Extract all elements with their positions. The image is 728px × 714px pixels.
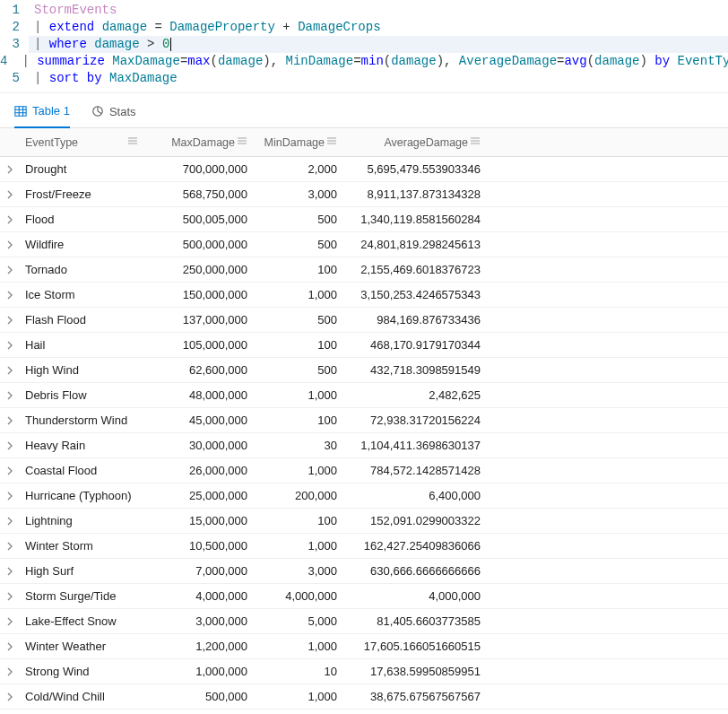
table-row[interactable]: Dust Storm500,00010,000105,555.555555555… [0,710,728,714]
table-row[interactable]: Frost/Freeze568,750,0003,0008,911,137.87… [0,182,728,207]
token-txt [451,54,458,68]
col-menu-icon[interactable] [325,135,337,149]
table-row[interactable]: Hail105,000,000100468,170.9179170344 [0,333,728,358]
code-line[interactable]: 3| where damage > 0 [0,36,728,53]
code-editor[interactable]: 1StormEvents2| extend damage = DamagePro… [0,0,728,93]
expand-button[interactable] [0,458,20,483]
cell-averagedamage: 2,155,469.6018376723 [342,257,486,282]
expand-button[interactable] [0,634,20,658]
expand-button[interactable] [0,182,20,206]
col-menu-icon[interactable] [127,135,140,149]
table-row[interactable]: Winter Storm10,500,0001,000162,427.25409… [0,534,728,559]
table-row[interactable]: Hurricane (Typhoon)25,000,000200,0006,40… [0,483,728,509]
expand-button[interactable] [0,257,20,282]
code-line[interactable]: 5| sort by MaxDamage [0,70,728,87]
expand-button[interactable] [0,509,20,533]
token-tbl: StormEvents [34,3,117,17]
table-row[interactable]: Strong Wind1,000,0001017,638.59950859951 [0,659,728,684]
code-line[interactable]: 1StormEvents [0,2,728,19]
token-pipe: | [34,37,49,51]
expand-button[interactable] [0,684,20,709]
col-menu-icon[interactable] [235,135,247,149]
table-row[interactable]: Wildfire500,000,00050024,801,819.2982456… [0,232,728,257]
chevron-right-icon [5,416,14,425]
line-number: 5 [0,70,29,87]
token-fn: avg [564,54,586,68]
table-row[interactable]: Lightning15,000,000100152,091.0299003322 [0,509,728,534]
table-row[interactable]: High Surf7,000,0003,000630,666.666666666… [0,559,728,584]
table-row[interactable]: Thunderstorm Wind45,000,00010072,938.317… [0,408,728,433]
expand-button[interactable] [0,609,20,633]
code-line[interactable]: 4| summarize MaxDamage=max(damage), MinD… [0,53,728,70]
expand-button[interactable] [0,283,20,307]
code-content[interactable]: | extend damage = DamageProperty + Damag… [29,19,728,36]
code-content[interactable]: | where damage > 0 [29,36,728,53]
table-row[interactable]: Cold/Wind Chill500,0001,00038,675.675675… [0,684,728,710]
table-row[interactable]: Winter Weather1,200,0001,00017,605.16605… [0,634,728,659]
table-row[interactable]: High Wind62,600,000500432,718.3098591549 [0,358,728,383]
table-row[interactable]: Heavy Rain30,000,000301,104,411.36986301… [0,433,728,458]
table-row[interactable]: Flash Flood137,000,000500984,169.8767334… [0,308,728,333]
token-txt [79,71,86,85]
expand-button[interactable] [0,584,20,608]
table-row[interactable]: Flood500,005,0005001,340,119.8581560284 [0,207,728,232]
table-row[interactable]: Debris Flow48,000,0001,0002,482,625 [0,383,728,408]
cell-averagedamage: 38,675.67567567567 [342,684,486,709]
expand-button[interactable] [0,207,20,231]
cell-spacer [486,182,728,206]
token-kw: where [49,37,87,51]
expand-button[interactable] [0,157,20,181]
table-row[interactable]: Drought700,000,0002,0005,695,479.5539033… [0,157,728,182]
expand-header [0,128,20,156]
expand-button[interactable] [0,659,20,684]
expand-button[interactable] [0,308,20,332]
expand-button[interactable] [0,710,20,714]
cell-maxdamage: 568,750,000 [145,182,253,206]
col-maxdamage[interactable]: MaxDamage [145,128,253,156]
expand-button[interactable] [0,383,20,407]
table-row[interactable]: Coastal Flood26,000,0001,000784,572.1428… [0,458,728,483]
cell-maxdamage: 26,000,000 [145,458,253,483]
cell-mindamage: 1,000 [253,383,342,407]
cell-mindamage: 100 [253,257,342,282]
col-menu-icon[interactable] [468,135,481,149]
expand-button[interactable] [0,232,20,257]
expand-button[interactable] [0,358,20,382]
expand-button[interactable] [0,559,20,583]
result-tabs: Table 1 Stats [0,93,728,128]
cell-averagedamage: 8,911,137.873134328 [342,182,486,206]
chevron-right-icon [5,567,14,576]
table-row[interactable]: Ice Storm150,000,0001,0003,150,253.42465… [0,283,728,308]
token-op: ), [437,54,452,68]
chevron-right-icon [5,316,14,325]
expand-button[interactable] [0,408,20,432]
cell-mindamage: 500 [253,308,342,332]
code-content[interactable]: | sort by MaxDamage [29,70,728,87]
cell-maxdamage: 500,000,000 [145,232,253,257]
cell-eventtype: Flash Flood [20,308,145,332]
col-averagedamage[interactable]: AverageDamage [342,128,486,156]
tab-stats[interactable]: Stats [91,104,136,127]
chevron-right-icon [5,165,14,174]
table-row[interactable]: Lake-Effect Snow3,000,0005,00081,405.660… [0,609,728,634]
expand-button[interactable] [0,333,20,357]
col-eventtype[interactable]: EventType [20,128,145,156]
table-row[interactable]: Storm Surge/Tide4,000,0004,000,0004,000,… [0,584,728,609]
cell-spacer [486,509,728,533]
code-content[interactable]: | summarize MaxDamage=max(damage), MinDa… [16,53,728,70]
expand-button[interactable] [0,483,20,508]
table-row[interactable]: Tornado250,000,0001002,155,469.601837672… [0,257,728,283]
expand-button[interactable] [0,433,20,457]
code-content[interactable]: StormEvents [29,2,728,19]
tab-table[interactable]: Table 1 [14,104,70,128]
cell-eventtype: Wildfire [20,232,145,257]
cell-eventtype: Storm Surge/Tide [20,584,145,608]
cell-spacer [486,483,728,508]
col-mindamage[interactable]: MinDamage [253,128,342,156]
code-line[interactable]: 2| extend damage = DamageProperty + Dama… [0,19,728,36]
token-txt [102,71,109,85]
col-averagedamage-label: AverageDamage [348,136,468,149]
cell-maxdamage: 700,000,000 [145,157,253,181]
cell-maxdamage: 3,000,000 [145,609,253,633]
expand-button[interactable] [0,534,20,558]
